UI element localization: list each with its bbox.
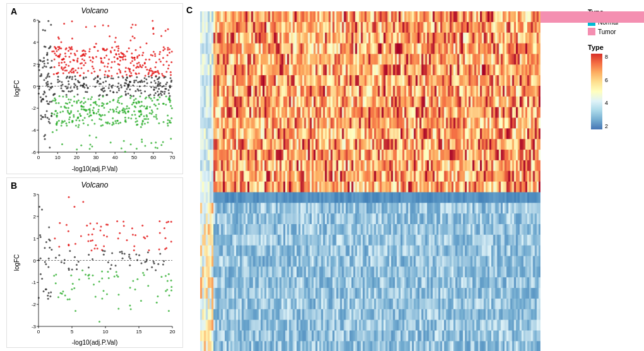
heatmap-area: IFI6CD24CCL21CCL19CKLFTRAF2LIG1TARBP2IL6… [224, 3, 584, 348]
color-bar [591, 54, 602, 129]
color-scale: Type 8 6 4 2 [588, 44, 638, 129]
scale-val-2: 2 [605, 123, 608, 129]
color-scale-labels: 8 6 4 2 [605, 54, 608, 129]
panel-b-x-label: -log10(adj.P.Val) [72, 339, 117, 346]
volcano-plot-a [21, 15, 177, 166]
scale-val-4: 4 [605, 100, 608, 106]
panel-a-x-label: -log10(adj.P.Val) [72, 165, 117, 172]
legend-panel: Type Normal Tumor Type 8 6 4 2 [584, 3, 641, 348]
panel-b-letter: B [11, 181, 17, 191]
scale-val-8: 8 [605, 54, 608, 60]
left-panel: A Volcano logFC -log10(adj.P.Val) B Volc… [0, 0, 186, 351]
panel-b: B Volcano logFC -log10(adj.P.Val) [6, 177, 183, 348]
legend-tumor-item: Tumor [588, 28, 638, 35]
panel-a: A Volcano logFC -log10(adj.P.Val) [6, 3, 183, 174]
tumor-label: Tumor [598, 28, 616, 35]
heatmap-canvas [200, 11, 540, 351]
panel-c-letter: C [186, 5, 193, 15]
volcano-plot-b [21, 189, 177, 340]
scale-title: Type [588, 44, 638, 51]
panel-a-title: Volcano [81, 6, 109, 15]
right-panel: C IFI6CD24CCL21CCL19CKLFTRAF2LIG1TARBP2I… [186, 0, 644, 351]
panel-b-y-label: logFC [13, 254, 20, 271]
panel-a-y-label: logFC [13, 80, 20, 97]
scale-val-6: 6 [605, 77, 608, 83]
panel-b-title: Volcano [81, 181, 109, 189]
tumor-swatch [588, 28, 595, 35]
panel-a-letter: A [11, 6, 17, 16]
heatmap-body: IFI6CD24CCL21CCL19CKLFTRAF2LIG1TARBP2IL6… [224, 15, 584, 348]
